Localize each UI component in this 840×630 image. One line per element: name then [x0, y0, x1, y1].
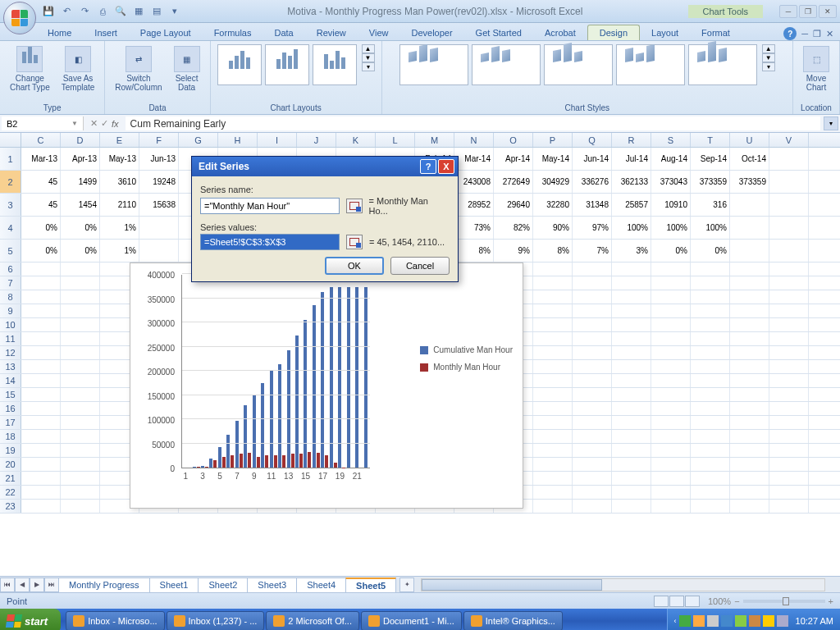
dialog-close-button[interactable]: X — [438, 159, 454, 174]
cell[interactable]: 9% — [494, 240, 533, 262]
cell[interactable]: 373043 — [651, 171, 691, 193]
last-sheet-icon[interactable]: ⏭ — [44, 578, 59, 592]
cell[interactable]: 3% — [612, 240, 651, 262]
change-chart-type-button[interactable]: Change Chart Type — [7, 44, 53, 94]
tray-icon[interactable] — [707, 615, 719, 627]
column-header[interactable]: L — [376, 133, 415, 147]
cell[interactable]: 7% — [573, 240, 612, 262]
tray-icon[interactable] — [749, 615, 760, 627]
cell[interactable] — [691, 486, 730, 499]
tray-icon[interactable] — [693, 615, 705, 627]
cell[interactable] — [730, 332, 769, 345]
tray-icon[interactable] — [777, 615, 788, 627]
cell[interactable] — [61, 486, 100, 499]
cell[interactable] — [691, 262, 730, 276]
cell[interactable]: 0% — [61, 217, 100, 239]
cell[interactable]: 336276 — [573, 171, 612, 193]
cell[interactable] — [533, 318, 573, 331]
cell[interactable] — [61, 332, 100, 345]
sheet-tab[interactable]: Monthly Progress — [58, 578, 150, 592]
tab-format[interactable]: Format — [690, 25, 742, 40]
tray-icon[interactable] — [763, 615, 774, 627]
cell[interactable] — [573, 318, 612, 331]
gallery-more-icon[interactable]: ▾ — [362, 62, 375, 71]
cell[interactable] — [730, 360, 769, 373]
row-header[interactable]: 15 — [0, 388, 21, 401]
chart-bar[interactable] — [197, 467, 200, 468]
cell[interactable]: 100% — [612, 217, 651, 239]
tray-icon[interactable] — [679, 615, 691, 627]
layout-thumb[interactable] — [265, 44, 309, 85]
select-all-corner[interactable] — [0, 133, 21, 147]
cell[interactable] — [61, 304, 100, 317]
cell[interactable] — [21, 318, 61, 331]
row-header[interactable]: 4 — [0, 217, 21, 239]
cell[interactable]: 316 — [691, 194, 730, 216]
cell[interactable] — [612, 290, 651, 304]
chart-layouts-gallery[interactable] — [217, 44, 357, 85]
sheet-tab[interactable]: Sheet5 — [345, 578, 396, 592]
cell[interactable] — [61, 360, 100, 373]
column-header[interactable]: E — [100, 133, 139, 147]
column-header[interactable]: O — [494, 133, 533, 147]
cell[interactable] — [769, 290, 809, 304]
expand-formula-icon[interactable]: ▾ — [824, 116, 838, 130]
cell[interactable] — [573, 402, 612, 415]
cell[interactable]: Mar-14 — [454, 148, 494, 170]
column-header[interactable]: U — [730, 133, 769, 147]
chart-bar[interactable] — [321, 292, 324, 468]
cell[interactable] — [21, 332, 61, 345]
cell[interactable] — [573, 276, 612, 290]
cell[interactable] — [769, 217, 809, 239]
column-header[interactable]: D — [61, 133, 100, 147]
layout-thumb[interactable] — [313, 44, 357, 85]
cell[interactable] — [533, 346, 573, 359]
cell[interactable] — [769, 262, 809, 276]
cell[interactable] — [533, 276, 573, 290]
cell[interactable] — [769, 500, 809, 513]
column-header[interactable]: V — [769, 133, 809, 147]
cell[interactable] — [769, 332, 809, 345]
cell[interactable]: 32280 — [533, 194, 573, 216]
cell[interactable] — [21, 416, 61, 429]
cell[interactable] — [139, 240, 179, 262]
chart-bar[interactable] — [282, 455, 285, 468]
cell[interactable] — [61, 500, 100, 513]
chart-bar[interactable] — [338, 287, 341, 468]
chart-bar[interactable] — [364, 287, 368, 468]
cell[interactable] — [21, 486, 61, 499]
column-header[interactable]: S — [651, 133, 691, 147]
horizontal-scrollbar[interactable] — [421, 578, 825, 591]
cell[interactable]: 100% — [651, 217, 691, 239]
column-header[interactable]: H — [218, 133, 258, 147]
taskbar-item[interactable]: Inbox - Microso... — [66, 611, 164, 630]
style-thumb[interactable] — [472, 44, 541, 85]
taskbar-item[interactable]: 2 Microsoft Of... — [266, 611, 359, 630]
cell[interactable] — [533, 430, 573, 443]
row-header[interactable]: 7 — [0, 276, 21, 290]
taskbar-item[interactable]: Document1 - Mi... — [361, 611, 462, 630]
tab-insert[interactable]: Insert — [83, 25, 129, 40]
cell[interactable] — [533, 304, 573, 317]
row-header[interactable]: 21 — [0, 472, 21, 485]
help-icon[interactable]: ? — [783, 27, 797, 40]
tab-developer[interactable]: Developer — [399, 25, 463, 40]
chart-bar[interactable] — [278, 364, 281, 468]
save-as-template-button[interactable]: ◧ Save As Template — [58, 44, 98, 94]
cell[interactable] — [769, 318, 809, 331]
cell[interactable] — [612, 402, 651, 415]
cell[interactable]: 31348 — [573, 194, 612, 216]
save-icon[interactable]: 💾 — [41, 4, 56, 19]
tab-page-layout[interactable]: Page Layout — [129, 25, 203, 40]
office-button[interactable] — [3, 2, 36, 34]
cell[interactable] — [691, 458, 730, 471]
embedded-chart[interactable]: 0500001000001500002000002500003000003500… — [130, 262, 523, 509]
column-header[interactable]: I — [258, 133, 297, 147]
cell[interactable] — [61, 402, 100, 415]
cell[interactable] — [651, 332, 691, 345]
range-picker-button[interactable] — [346, 235, 363, 249]
page-break-view-button[interactable] — [685, 596, 700, 607]
cell[interactable]: 1% — [100, 240, 139, 262]
undo-icon[interactable]: ↶ — [59, 4, 74, 19]
cell[interactable] — [769, 304, 809, 317]
